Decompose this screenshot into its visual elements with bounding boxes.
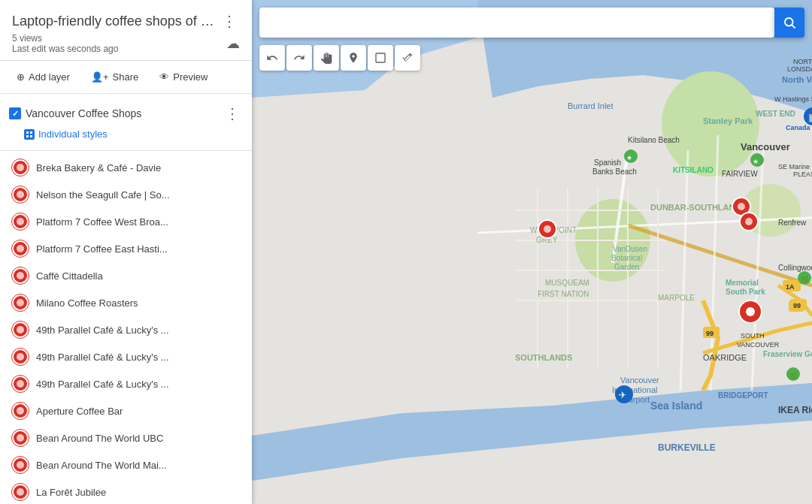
list-item[interactable]: Caffè Cittadella bbox=[0, 262, 252, 289]
place-name: 49th Parallel Café & Lucky's ... bbox=[36, 324, 169, 336]
svg-point-91 bbox=[544, 225, 551, 233]
svg-text:Vancouver: Vancouver bbox=[741, 141, 790, 152]
shape-button[interactable] bbox=[368, 45, 393, 71]
svg-point-4 bbox=[785, 18, 793, 26]
sidebar-actions: ⊕ Add layer 👤+ Share 👁 Preview bbox=[0, 61, 252, 94]
list-item[interactable]: 49th Parallel Café & Lucky's ... bbox=[0, 316, 252, 343]
svg-text:IKEA Richmond: IKEA Richmond bbox=[778, 405, 812, 415]
place-pin-icon bbox=[12, 321, 29, 338]
svg-text:MARPOLE: MARPOLE bbox=[658, 294, 695, 302]
svg-point-97 bbox=[745, 218, 753, 225]
svg-text:SOUTH: SOUTH bbox=[741, 332, 765, 340]
place-name: La Forêt Jubilee bbox=[36, 487, 106, 498]
map-pin[interactable] bbox=[739, 212, 759, 231]
view-count: 5 views bbox=[12, 33, 42, 44]
place-pin-icon bbox=[12, 240, 29, 257]
layer-header: Vancouver Coffee Shops ⋮ bbox=[0, 100, 252, 127]
list-item[interactable]: 49th Parallel Café & Lucky's ... bbox=[0, 343, 252, 370]
svg-text:LONSDALE: LONSDALE bbox=[787, 65, 812, 73]
svg-text:Canada Place: Canada Place bbox=[786, 124, 812, 131]
svg-text:🌿: 🌿 bbox=[800, 275, 809, 284]
svg-text:SOUTHLANDS: SOUTHLANDS bbox=[515, 353, 572, 362]
place-pin-icon bbox=[12, 430, 29, 446]
svg-text:North Vancouver: North Vancouver bbox=[782, 75, 812, 84]
map-tools bbox=[259, 45, 420, 71]
layer-menu-button[interactable]: ⋮ bbox=[222, 104, 243, 122]
list-item[interactable]: La Forêt Jubilee bbox=[0, 478, 252, 504]
layer-title: Vancouver Coffee Shops bbox=[26, 107, 141, 119]
list-item[interactable]: Aperture Coffee Bar bbox=[0, 397, 252, 424]
pan-button[interactable] bbox=[314, 45, 339, 71]
svg-text:VanDusen: VanDusen bbox=[613, 245, 647, 253]
svg-text:W Hastings St: W Hastings St bbox=[774, 95, 812, 103]
svg-point-127 bbox=[746, 307, 755, 316]
list-item[interactable]: Platform 7 Coffee East Hasti... bbox=[0, 235, 252, 262]
individual-styles-row[interactable]: Individual styles bbox=[0, 127, 252, 144]
svg-text:Memorial: Memorial bbox=[726, 279, 759, 287]
list-item[interactable]: Bean Around The World Mai... bbox=[0, 451, 252, 478]
place-pin-icon bbox=[12, 484, 29, 500]
svg-text:✈: ✈ bbox=[619, 390, 626, 400]
list-item[interactable]: Breka Bakery & Café - Davie bbox=[0, 154, 252, 181]
list-item[interactable]: Bean Around The World UBC bbox=[0, 424, 252, 451]
svg-text:PLEASANT: PLEASANT bbox=[793, 171, 812, 178]
place-name: 49th Parallel Café & Lucky's ... bbox=[36, 379, 169, 390]
map-area: DUNBAR-SOUTHLANDS MARPOLE MUSQUEAM FIRST… bbox=[252, 0, 812, 504]
place-name: Milano Coffee Roasters bbox=[36, 297, 138, 309]
list-item[interactable]: 49th Parallel Café & Lucky's ... bbox=[0, 370, 252, 397]
layer-section: Vancouver Coffee Shops ⋮ Individual styl… bbox=[0, 94, 252, 151]
preview-button[interactable]: 👁 Preview bbox=[152, 67, 215, 87]
place-pin-icon bbox=[12, 267, 29, 284]
svg-text:Fraserview Golf Course: Fraserview Golf Course bbox=[763, 350, 812, 358]
svg-rect-1 bbox=[30, 131, 32, 134]
place-pin-icon bbox=[12, 457, 29, 473]
svg-text:99: 99 bbox=[793, 302, 801, 309]
svg-text:Burrard Inlet: Burrard Inlet bbox=[568, 101, 614, 110]
svg-text:MUSQUEAM: MUSQUEAM bbox=[545, 279, 589, 287]
individual-styles-icon bbox=[24, 129, 35, 140]
svg-rect-6 bbox=[376, 53, 385, 62]
map-pin[interactable] bbox=[538, 219, 557, 239]
place-name: 49th Parallel Café & Lucky's ... bbox=[36, 352, 169, 363]
svg-text:South Park: South Park bbox=[726, 288, 765, 296]
place-pin-icon bbox=[12, 349, 29, 365]
undo-button[interactable] bbox=[259, 45, 285, 71]
place-name: Aperture Coffee Bar bbox=[36, 406, 123, 417]
svg-text:Spanish: Spanish bbox=[594, 158, 621, 167]
ruler-button[interactable] bbox=[395, 45, 420, 71]
share-icon: 👤+ bbox=[91, 71, 109, 83]
sidebar-meta: 5 views Last edit was seconds ago ☁ bbox=[12, 33, 240, 54]
svg-text:Kitsilano Beach: Kitsilano Beach bbox=[628, 136, 680, 144]
map-background: DUNBAR-SOUTHLANDS MARPOLE MUSQUEAM FIRST… bbox=[252, 0, 812, 504]
share-button[interactable]: 👤+ Share bbox=[83, 67, 146, 87]
redo-button[interactable] bbox=[286, 45, 312, 71]
svg-text:🌿: 🌿 bbox=[789, 371, 798, 380]
marker-button[interactable] bbox=[341, 45, 366, 71]
svg-text:★: ★ bbox=[753, 158, 759, 165]
sidebar-header: Laptop-friendly coffee shops of V... ⋮ 5… bbox=[0, 0, 252, 61]
svg-text:Vancouver: Vancouver bbox=[620, 376, 659, 385]
layer-checkbox[interactable] bbox=[9, 107, 21, 119]
add-layer-button[interactable]: ⊕ Add layer bbox=[9, 67, 77, 87]
svg-text:VANCOUVER: VANCOUVER bbox=[737, 341, 780, 349]
map-title: Laptop-friendly coffee shops of V... bbox=[12, 14, 215, 29]
place-pin-icon bbox=[12, 403, 29, 419]
list-item[interactable]: Platform 7 Coffee West Broa... bbox=[0, 208, 252, 235]
title-menu-button[interactable]: ⋮ bbox=[219, 12, 240, 30]
svg-text:OAKRIDGE: OAKRIDGE bbox=[703, 353, 747, 362]
preview-icon: 👁 bbox=[159, 71, 169, 83]
svg-text:Botanical: Botanical bbox=[611, 254, 642, 262]
svg-text:Banks Beach: Banks Beach bbox=[592, 167, 637, 176]
individual-styles-label: Individual styles bbox=[38, 128, 108, 140]
place-pin-icon bbox=[12, 213, 29, 230]
map-pin-selected[interactable] bbox=[738, 300, 762, 324]
search-button[interactable] bbox=[774, 8, 804, 38]
cloud-icon: ☁ bbox=[226, 35, 240, 52]
search-input[interactable] bbox=[259, 8, 774, 38]
place-pin-icon bbox=[12, 159, 29, 176]
list-item[interactable]: Milano Coffee Roasters bbox=[0, 289, 252, 316]
list-item[interactable]: Nelson the Seagull Cafe | So... bbox=[0, 181, 252, 208]
svg-point-94 bbox=[738, 203, 745, 210]
place-pin-icon bbox=[12, 294, 29, 311]
place-pin-icon bbox=[12, 186, 29, 203]
